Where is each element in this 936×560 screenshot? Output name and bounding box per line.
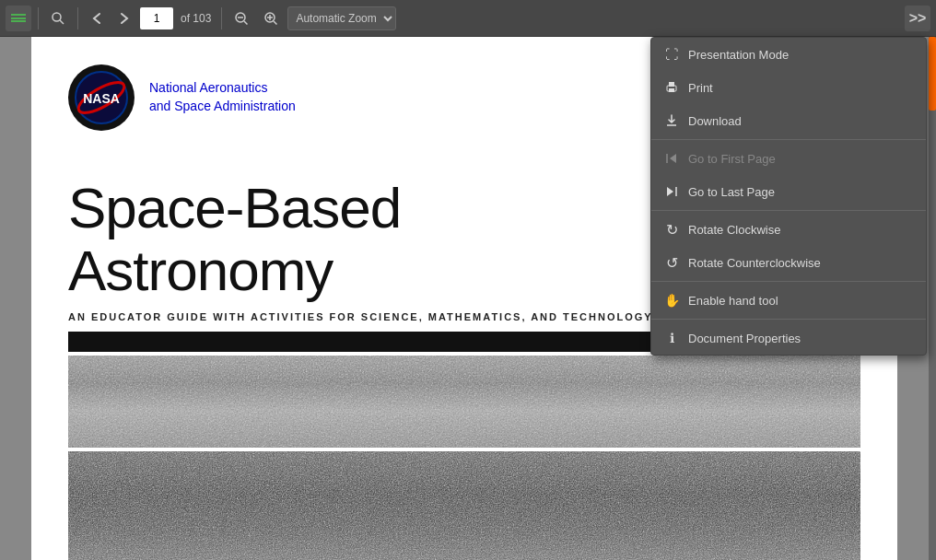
- rotate-cw-icon: ↻: [664, 222, 679, 237]
- menu-item-rotate-ccw[interactable]: ↺ Rotate Counterclockwise: [651, 246, 926, 279]
- download-icon: [664, 113, 679, 128]
- nasa-logo: NASA: [68, 64, 135, 131]
- doc-props-icon: ℹ: [664, 331, 679, 345]
- menu-label-download: Download: [688, 114, 742, 128]
- rotate-ccw-icon: ↺: [664, 255, 679, 270]
- zoom-in-button[interactable]: [258, 7, 284, 29]
- menu-label-hand-tool: Enable hand tool: [688, 294, 778, 308]
- menu-divider-2: [651, 210, 926, 211]
- separator: [221, 7, 222, 29]
- go-first-icon: [664, 151, 679, 166]
- menu-label-print: Print: [688, 81, 713, 95]
- menu-divider-4: [651, 319, 926, 320]
- zoom-out-button[interactable]: [228, 7, 254, 29]
- prev-page-button[interactable]: [85, 8, 109, 29]
- menu-divider-1: [651, 139, 926, 140]
- svg-point-0: [53, 13, 61, 21]
- menu-item-print[interactable]: Print: [651, 71, 926, 104]
- image-area-1: [68, 356, 860, 448]
- menu-divider-3: [651, 281, 926, 282]
- sidebar-toggle-button[interactable]: [6, 6, 31, 31]
- menu-item-doc-props[interactable]: ℹ Document Properties: [651, 321, 926, 355]
- svg-rect-16: [669, 88, 674, 92]
- separator: [38, 7, 39, 29]
- more-tools-button[interactable]: >>: [905, 6, 930, 31]
- svg-line-4: [244, 21, 248, 25]
- print-icon: [664, 80, 679, 95]
- menu-label-rotate-cw: Rotate Clockwise: [688, 223, 780, 237]
- scrollbar[interactable]: [929, 37, 936, 560]
- menu-item-go-last[interactable]: Go to Last Page: [651, 175, 926, 208]
- menu-label-doc-props: Document Properties: [688, 332, 801, 345]
- dropdown-menu: ⛶ Presentation Mode Print Download Go to…: [650, 37, 927, 356]
- zoom-select[interactable]: Automatic Zoom 50% 75% 100% 125% 150% 20…: [287, 6, 396, 30]
- scrollbar-thumb[interactable]: [929, 37, 936, 111]
- menu-label-go-first: Go to First Page: [688, 152, 776, 166]
- menu-item-rotate-cw[interactable]: ↻ Rotate Clockwise: [651, 213, 926, 246]
- menu-label-rotate-ccw: Rotate Counterclockwise: [688, 256, 821, 270]
- main-area: NASA National Aeronautics and Space Admi…: [0, 37, 936, 560]
- separator: [77, 7, 78, 29]
- menu-label-presentation-mode: Presentation Mode: [688, 48, 789, 62]
- hand-tool-icon: ✋: [664, 293, 679, 308]
- svg-text:NASA: NASA: [83, 91, 120, 106]
- presentation-mode-icon: ⛶: [664, 47, 679, 62]
- toolbar-right: >>: [905, 6, 930, 31]
- svg-rect-13: [68, 451, 860, 560]
- image-area-2: [68, 451, 860, 560]
- go-last-icon: [664, 184, 679, 199]
- menu-item-download[interactable]: Download: [651, 104, 926, 137]
- menu-item-hand-tool[interactable]: ✋ Enable hand tool: [651, 284, 926, 317]
- menu-label-go-last: Go to Last Page: [688, 185, 775, 199]
- svg-line-1: [60, 20, 64, 24]
- toolbar: 1 of 103 Automatic Zoom 50% 75% 100% 125…: [0, 0, 936, 37]
- svg-rect-15: [669, 82, 674, 87]
- next-page-button[interactable]: [112, 8, 136, 29]
- page-number-input[interactable]: 1: [140, 7, 173, 29]
- svg-rect-12: [68, 356, 860, 448]
- svg-line-8: [274, 21, 277, 25]
- search-button[interactable]: [45, 7, 71, 29]
- menu-item-presentation-mode[interactable]: ⛶ Presentation Mode: [651, 38, 926, 71]
- page-total: of 103: [181, 12, 211, 25]
- nasa-org-name: National Aeronautics and Space Administr…: [149, 79, 296, 115]
- menu-item-go-first: Go to First Page: [651, 142, 926, 175]
